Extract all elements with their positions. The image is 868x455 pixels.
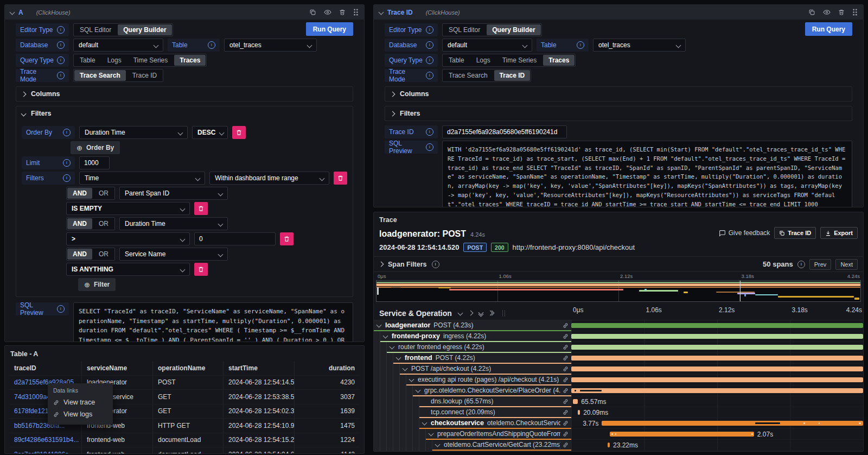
view-trace-link[interactable]: View trace: [53, 396, 107, 408]
table-header-traceID[interactable]: traceID: [9, 361, 82, 375]
chevron-down-icon[interactable]: [422, 420, 427, 425]
give-feedback-button[interactable]: Give feedback: [719, 229, 770, 237]
span-name-cell[interactable]: checkoutserviceoteldemo.CheckoutService/…: [374, 418, 571, 429]
tab-logs[interactable]: Logs: [470, 54, 496, 66]
span-filters-label[interactable]: Span Filters: [388, 261, 427, 268]
drag-handle-icon[interactable]: [353, 9, 359, 16]
trace-id-copy-button[interactable]: Trace ID: [774, 227, 816, 239]
filter-value-select[interactable]: Within dashboard time range: [209, 172, 329, 185]
tab-traces[interactable]: Traces: [543, 55, 575, 66]
tab-table[interactable]: Table: [443, 54, 470, 66]
chevron-right-icon[interactable]: [379, 262, 384, 267]
expand-all-icon[interactable]: [489, 311, 493, 315]
chevron-down-icon[interactable]: [390, 344, 395, 349]
query-ref[interactable]: A: [18, 9, 23, 16]
table-header-duration[interactable]: duration: [295, 361, 360, 375]
span-gantt-cell[interactable]: 65.57ms: [571, 396, 863, 407]
chevron-down-icon[interactable]: [376, 322, 382, 327]
span-row[interactable]: dns.lookup (65.57ms)65.57ms: [374, 396, 863, 407]
add-filter-button[interactable]: ⊕Filter: [78, 278, 116, 291]
tab-sql-editor[interactable]: SQL Editor: [74, 24, 117, 36]
filter-operator-select[interactable]: >: [66, 232, 190, 245]
span-row[interactable]: prepareOrderItemsAndShippingQuoteFromCar…: [374, 429, 863, 440]
collapse-all-icon[interactable]: [479, 312, 483, 315]
span-row[interactable]: frontend-proxyingress (4.22s): [374, 331, 863, 342]
panel-title[interactable]: Table - A: [5, 346, 364, 361]
span-gantt-cell[interactable]: 2.07s: [571, 429, 863, 440]
span-gantt-cell[interactable]: [571, 331, 863, 342]
span-gantt-cell[interactable]: [571, 375, 863, 386]
filter-value-input[interactable]: 0: [194, 232, 276, 245]
tab-traces[interactable]: Traces: [174, 55, 206, 66]
or-option[interactable]: OR: [93, 248, 114, 260]
span-gantt-cell[interactable]: [571, 342, 863, 353]
span-row[interactable]: checkoutserviceoteldemo.CheckoutService/…: [374, 418, 863, 429]
table-row[interactable]: 89cf4286e631591b4...frontend-webdocument…: [9, 433, 360, 448]
tab-query-builder[interactable]: Query Builder: [118, 24, 171, 35]
span-row[interactable]: router frontend egress (4.22s): [374, 342, 863, 353]
remove-filter-trash-icon[interactable]: [280, 232, 293, 245]
tab-logs[interactable]: Logs: [101, 54, 127, 66]
span-name-cell[interactable]: POST /api/checkout (4.22s): [374, 364, 571, 375]
span-row[interactable]: frontendPOST (4.22s): [374, 353, 863, 364]
span-gantt-cell[interactable]: 3.77s: [571, 418, 863, 429]
hide-query-eye-icon[interactable]: [324, 9, 331, 16]
tab-time-series[interactable]: Time Series: [496, 54, 543, 66]
filter-field-select[interactable]: Duration Time: [119, 217, 228, 230]
span-link-icon[interactable]: [560, 333, 571, 339]
query-ref[interactable]: Trace ID: [387, 9, 413, 16]
columns-section-header[interactable]: Columns: [22, 87, 347, 101]
expand-one-icon[interactable]: [469, 311, 473, 315]
next-span-button[interactable]: Next: [835, 259, 858, 270]
drag-handle-icon[interactable]: [852, 9, 858, 16]
span-link-icon[interactable]: [560, 431, 571, 437]
table-cell-traceID[interactable]: 89cf4286e631591b4...: [9, 433, 82, 447]
table-cell-traceID[interactable]: 3cc7ccf81941906c...: [9, 447, 82, 454]
span-link-icon[interactable]: [560, 442, 571, 448]
delete-query-trash-icon[interactable]: [339, 9, 346, 16]
database-select[interactable]: default: [442, 39, 532, 52]
tab-trace-id[interactable]: Trace ID: [126, 69, 163, 81]
order-by-field-select[interactable]: Duration Time: [79, 126, 188, 139]
collapse-query-icon[interactable]: [10, 10, 15, 15]
duplicate-query-icon[interactable]: [309, 9, 316, 16]
span-row[interactable]: grpc.oteldemo.CheckoutService/PlaceOrder…: [374, 386, 863, 396]
export-button[interactable]: Export: [820, 227, 858, 239]
chevron-down-icon[interactable]: [416, 387, 421, 393]
remove-filter-trash-icon[interactable]: [194, 263, 208, 276]
filter-field-select[interactable]: Parent Span ID: [119, 187, 228, 200]
or-option[interactable]: OR: [93, 187, 114, 199]
filters-section-header[interactable]: Filters: [391, 106, 846, 121]
remove-order-by-trash-icon[interactable]: [232, 126, 246, 139]
filters-section-header[interactable]: Filters: [22, 106, 347, 121]
and-option[interactable]: AND: [67, 188, 92, 199]
tab-sql-editor[interactable]: SQL Editor: [443, 24, 486, 36]
span-gantt-cell[interactable]: [571, 451, 863, 452]
duplicate-query-icon[interactable]: [808, 9, 815, 16]
span-link-icon[interactable]: [560, 409, 571, 415]
span-name-cell[interactable]: prepareOrderItemsAndShippingQuoteFromCar…: [374, 429, 571, 440]
chevron-down-icon[interactable]: [403, 365, 408, 371]
span-name-cell[interactable]: router frontend egress (4.22s): [374, 342, 571, 353]
remove-filter-trash-icon[interactable]: [194, 202, 208, 215]
span-name-cell[interactable]: loadgeneratorPOST (4.23s): [374, 320, 571, 331]
span-gantt-cell[interactable]: 20.09ms: [571, 407, 863, 418]
chevron-down-icon[interactable]: [383, 333, 388, 338]
filter-operator-select[interactable]: IS ANYTHING: [66, 263, 190, 276]
table-header-operationName[interactable]: operationName: [153, 361, 224, 375]
or-option[interactable]: OR: [93, 218, 114, 230]
delete-query-trash-icon[interactable]: [838, 9, 845, 16]
view-logs-link[interactable]: View logs: [53, 408, 107, 420]
column-resize-handle[interactable]: [502, 310, 505, 317]
span-row[interactable]: [374, 451, 863, 452]
chevron-down-icon[interactable]: [409, 376, 414, 382]
filter-field-select[interactable]: Service Name: [119, 248, 228, 261]
minimap-cursor[interactable]: [740, 281, 741, 301]
span-link-icon[interactable]: [560, 323, 571, 328]
database-select[interactable]: default: [73, 39, 163, 52]
span-link-icon[interactable]: [560, 377, 571, 383]
span-name-cell[interactable]: executing api route (pages) /api/checkou…: [374, 375, 571, 386]
span-row[interactable]: executing api route (pages) /api/checkou…: [374, 375, 863, 386]
run-query-button[interactable]: Run Query: [805, 22, 852, 36]
chevron-down-icon[interactable]: [429, 431, 434, 436]
